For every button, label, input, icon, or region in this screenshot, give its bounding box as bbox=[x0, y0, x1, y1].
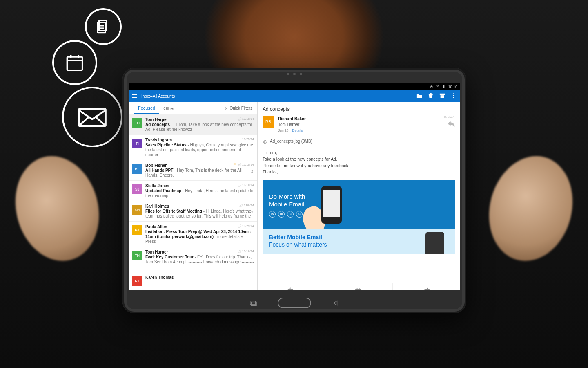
attachment-row[interactable]: Ad_concepts.jpg (3MB) bbox=[258, 136, 460, 146]
message-item[interactable]: SJStella JonesUpdated Roadmap - Hey Lind… bbox=[129, 181, 257, 201]
folder-label: INBOX bbox=[444, 115, 455, 118]
message-avatar: TH bbox=[132, 118, 142, 128]
message-date: 11/9/14 bbox=[244, 204, 254, 207]
quick-filters-label: Quick Filters bbox=[229, 106, 252, 110]
message-meta: 11/10/14 bbox=[238, 183, 254, 187]
body-signoff: Thanks, bbox=[263, 169, 455, 175]
promo-contacts-icon: ☺ bbox=[296, 211, 303, 218]
tab-other[interactable]: Other bbox=[159, 103, 179, 114]
message-item[interactable]: KHKarl HolmesFiles for Offsite Staff Mee… bbox=[129, 201, 257, 222]
body-line1: Take a look at the new concepts for Ad. bbox=[263, 156, 455, 163]
message-count: 2 bbox=[251, 210, 253, 214]
svg-rect-23 bbox=[443, 85, 445, 88]
delete-icon[interactable] bbox=[428, 93, 434, 99]
reading-pane: Ad concepts RB Richard Baker Tom Harper … bbox=[258, 102, 460, 290]
message-avatar: KH bbox=[132, 205, 142, 215]
promo-attach-icon: ⎘ bbox=[287, 211, 294, 218]
message-item[interactable]: TITravis IngramSales Pipeline Status - H… bbox=[129, 135, 257, 160]
reading-subject: Ad concepts bbox=[258, 102, 460, 114]
promo-banner-2: Better Mobile Email Focus on what matter… bbox=[263, 229, 455, 254]
message-date: 11/10/14 bbox=[242, 183, 254, 187]
svg-point-30 bbox=[453, 97, 454, 98]
flag-icon bbox=[233, 163, 236, 166]
folder-icon[interactable] bbox=[416, 93, 422, 99]
reply-all-button[interactable] bbox=[325, 283, 392, 290]
alarm-icon bbox=[430, 85, 433, 89]
attachment-icon bbox=[238, 224, 241, 228]
forward-button[interactable] bbox=[393, 283, 460, 290]
svg-rect-27 bbox=[441, 96, 443, 96]
inbox-tabs: Focused Other Quick Filters bbox=[129, 102, 257, 114]
message-avatar: SJ bbox=[132, 184, 142, 194]
tab-focused[interactable]: Focused bbox=[134, 103, 159, 114]
promo-calendar-icon: ▦ bbox=[278, 211, 285, 218]
reading-body: Hi Tom, Take a look at the new concepts … bbox=[258, 146, 460, 178]
quick-filters-button[interactable]: Quick Filters bbox=[224, 106, 252, 110]
svg-rect-21 bbox=[251, 302, 256, 305]
message-subject: Files for Offsite Staff Meeting bbox=[145, 209, 202, 213]
svg-rect-20 bbox=[250, 301, 256, 305]
reply-button[interactable] bbox=[258, 283, 325, 290]
message-date: 11/10/14 bbox=[242, 163, 254, 166]
wifi-icon bbox=[436, 85, 439, 89]
message-subject: Fwd: Key Customer Tour bbox=[145, 255, 194, 259]
reading-action-bar bbox=[258, 283, 460, 290]
message-meta: 12/10/14 bbox=[238, 117, 254, 121]
reading-date: Jun 28 bbox=[278, 128, 289, 132]
app-header: Inbox-All Accounts bbox=[129, 90, 460, 102]
message-avatar: TI bbox=[132, 139, 142, 148]
message-sender: Karen Thomas bbox=[145, 275, 254, 280]
message-list[interactable]: THTom HarperAd concepts - Hi Tom, Take a… bbox=[129, 114, 257, 290]
message-subject: Updated Roadmap bbox=[145, 188, 181, 193]
message-date: 11/25/14 bbox=[242, 137, 254, 141]
calendar-icon bbox=[52, 40, 97, 85]
message-item[interactable]: BFBob FisherAll Hands PPT - Hey Tom, Thi… bbox=[129, 160, 257, 181]
attachment-icon bbox=[239, 204, 243, 207]
svg-point-28 bbox=[453, 93, 454, 94]
message-item[interactable]: THTom HarperAd concepts - Hi Tom, Take a… bbox=[129, 114, 257, 135]
android-status-bar: 10:10 bbox=[129, 83, 460, 90]
message-meta: 10/29/14 bbox=[238, 224, 254, 228]
mail-icon bbox=[62, 87, 122, 147]
message-subject: Sales Pipeline Status bbox=[145, 143, 187, 147]
promo-banner-1: Do More withMobile Email ✉ ▦ ⎘ ☺ bbox=[263, 180, 455, 229]
home-button[interactable] bbox=[278, 298, 311, 308]
overflow-menu-icon[interactable] bbox=[451, 93, 457, 99]
svg-line-18 bbox=[79, 117, 89, 126]
attachment-name: Ad_concepts.jpg (3MB) bbox=[270, 139, 312, 144]
attachment-icon bbox=[238, 117, 241, 121]
recent-apps-button[interactable] bbox=[249, 300, 257, 306]
svg-rect-24 bbox=[443, 85, 444, 85]
back-softkey[interactable] bbox=[332, 300, 339, 306]
sender-avatar: RB bbox=[263, 116, 274, 128]
svg-rect-5 bbox=[67, 57, 82, 70]
promo-mail-icon: ✉ bbox=[269, 211, 276, 218]
reading-details-link[interactable]: Details bbox=[292, 128, 303, 132]
promo2-line2: Focus on what matters bbox=[269, 241, 448, 248]
message-avatar: TH bbox=[132, 251, 142, 260]
archive-icon[interactable] bbox=[439, 93, 445, 99]
svg-line-19 bbox=[96, 117, 106, 126]
battery-icon bbox=[442, 85, 445, 89]
promo2-line1: Better Mobile Email bbox=[269, 233, 448, 241]
clock-text: 10:10 bbox=[448, 85, 457, 89]
reading-from: Richard Baker bbox=[278, 116, 306, 122]
message-subject: All Hands PPT bbox=[145, 168, 173, 173]
message-meta: 11/10/14 bbox=[233, 163, 254, 166]
promo1-line1: Do More with bbox=[269, 193, 305, 200]
attachment-icon bbox=[238, 163, 241, 166]
message-item[interactable]: PAPaula AllenInvitation: Press Tour Prep… bbox=[129, 222, 257, 247]
lightning-icon bbox=[224, 106, 228, 110]
hamburger-menu-icon[interactable] bbox=[132, 94, 137, 98]
reply-icon[interactable] bbox=[448, 121, 455, 128]
message-avatar: KT bbox=[132, 276, 142, 286]
message-item[interactable]: KTKaren Thomas bbox=[129, 272, 257, 289]
tablet-screen: 10:10 Inbox-All Accounts Focused Other bbox=[129, 83, 460, 290]
body-greeting: Hi Tom, bbox=[263, 150, 455, 156]
message-count: 2 bbox=[251, 169, 253, 173]
message-item[interactable]: THTom HarperFwd: Key Customer Tour - FYI… bbox=[129, 247, 257, 272]
paperclip-icon bbox=[263, 139, 267, 144]
message-subject: Ad concepts bbox=[145, 122, 170, 127]
message-meta: 10/10/14 bbox=[238, 249, 254, 253]
message-meta: 11/9/14 bbox=[239, 204, 254, 207]
